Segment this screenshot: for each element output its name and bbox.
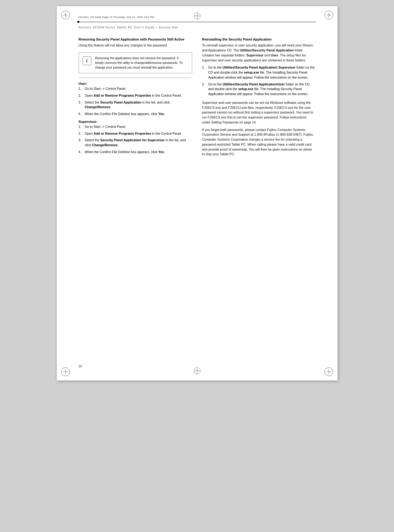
info-box-text: Removing the applications does not remov… <box>95 56 188 70</box>
bottom-center-mark <box>194 367 201 374</box>
step-number: 4. <box>79 150 84 155</box>
corner-mark-bottom-right <box>324 367 333 376</box>
reinstall-steps-list: 1. Go to the Utilities\Security Panel Ap… <box>202 65 316 97</box>
header-bar: Stylistic ST5000 Series Tablet PC User's… <box>79 22 316 30</box>
step-number: 1. <box>202 65 207 80</box>
step-number: 1. <box>79 124 84 129</box>
step-content: Select the Security Panel Application fo… <box>85 138 192 148</box>
user-heading: User: <box>79 82 192 85</box>
supervisor-step-3: 3. Select the Security Panel Application… <box>79 138 192 148</box>
right-column: Reinstalling the Security Panel Applicat… <box>202 37 316 159</box>
reinstall-step-1: 1. Go to the Utilities\Security Panel Ap… <box>202 65 316 80</box>
right-para-2: If you forget both passwords, please con… <box>202 128 316 157</box>
right-para-1: Supervisor and user passwords can be set… <box>202 100 316 125</box>
step-content: Open Add or Remove Programs Properties i… <box>85 131 192 136</box>
step-number: 2. <box>79 131 84 136</box>
user-step-3: 3. Select the Security Panel Application… <box>79 100 192 110</box>
content-columns: Removing Security Panel Application with… <box>79 37 316 159</box>
left-column: Removing Security Panel Application with… <box>79 37 192 159</box>
page-number: 16 <box>79 365 82 368</box>
corner-mark-top-right <box>324 11 333 19</box>
step-number: 3. <box>79 100 84 110</box>
divider <box>79 78 192 78</box>
left-intro-text: Using this feature will not allow any ch… <box>79 43 192 48</box>
supervisor-heading: Supervisor: <box>79 120 192 123</box>
step-number: 2. <box>202 82 207 97</box>
step-content: Select the Security Panel Application in… <box>85 100 192 110</box>
info-box: i Removing the applications does not rem… <box>79 52 192 73</box>
left-section-heading: Removing Security Panel Application with… <box>79 37 192 42</box>
step-number: 3. <box>79 138 84 148</box>
top-center-mark <box>194 12 201 19</box>
step-content: Go to the Utilities\Security Panel Appli… <box>208 65 316 80</box>
corner-mark-top-left <box>61 11 70 19</box>
step-content: Go to Start -> Control Panel. <box>85 124 192 129</box>
corner-mark-bottom-left <box>61 367 70 376</box>
right-section-heading: Reinstalling the Security Panel Applicat… <box>202 37 316 42</box>
step-content: Go to the Utilities\Security Panel Appli… <box>208 82 316 97</box>
supervisor-step-4: 4. When the Confirm File Deletion box ap… <box>79 150 192 155</box>
step-number: 1. <box>79 86 84 91</box>
step-number: 2. <box>79 93 84 98</box>
user-step-1: 1. Go to Start -> Control Panel. <box>79 86 192 91</box>
page: Nicchen_UG.book Page 16 Thursday, July 1… <box>57 6 338 380</box>
right-intro-para: To reinstall supervisor or user security… <box>202 43 316 63</box>
reinstall-step-2: 2. Go to the Utilities\Security Panel Ap… <box>202 82 316 97</box>
user-steps-list: 1. Go to Start -> Control Panel. 2. Open… <box>79 86 192 117</box>
supervisor-step-1: 1. Go to Start -> Control Panel. <box>79 124 192 129</box>
info-icon: i <box>83 56 91 65</box>
user-step-4: 4. When the Confirm File Deletion box ap… <box>79 112 192 117</box>
step-content: Go to Start -> Control Panel. <box>85 86 192 91</box>
step-content: Open Add or Remove Programs Properties i… <box>85 93 192 98</box>
supervisor-step-2: 2. Open Add or Remove Programs Propertie… <box>79 131 192 136</box>
supervisor-steps-list: 1. Go to Start -> Control Panel. 2. Open… <box>79 124 192 155</box>
step-number: 4. <box>79 112 84 117</box>
step-content: When the Confirm File Deletion box appea… <box>85 150 192 155</box>
step-content: When the Confirm File Deletion box appea… <box>85 112 192 117</box>
header-title: Stylistic ST5000 Series Tablet PC User's… <box>79 26 178 29</box>
user-step-2: 2. Open Add or Remove Programs Propertie… <box>79 93 192 98</box>
